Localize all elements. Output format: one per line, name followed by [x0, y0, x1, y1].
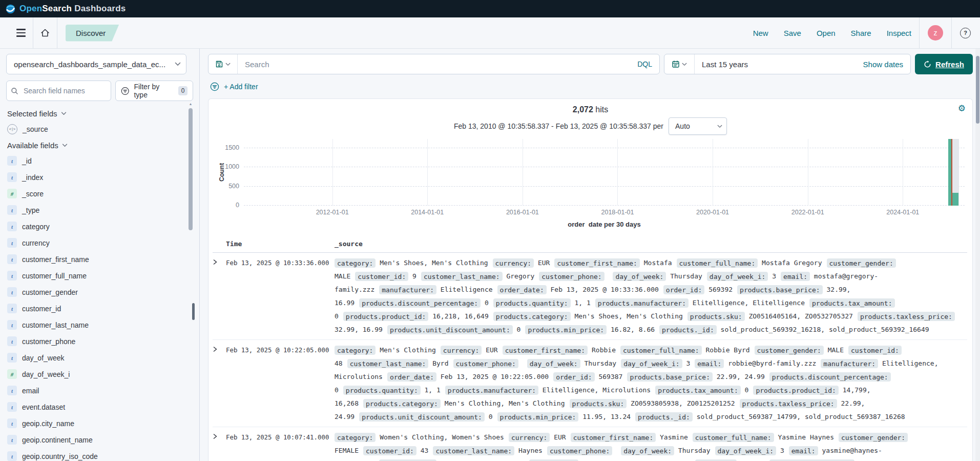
date-quick-select-button[interactable]	[664, 54, 695, 74]
field-item[interactable]: t _id	[7, 156, 193, 166]
index-pattern-selector[interactable]: opensearch_dashboards_sample_data_ec...	[6, 54, 186, 74]
app-root: OpenSearchDashboards Discover New Save O…	[0, 0, 980, 461]
source-field: products.sku: ZO0593805938, ZO0125201252	[570, 399, 735, 407]
source-field: customer_full_name: Mostafa Gregory	[677, 259, 822, 267]
sidebar-resize-handle[interactable]	[192, 303, 195, 320]
source-field: products.quantity: 1, 1	[343, 386, 441, 394]
workspace: opensearch_dashboards_sample_data_ec...	[0, 49, 980, 461]
field-name: geoip.city_name	[22, 419, 74, 428]
source-field: customer_last_name: Haynes	[433, 447, 543, 454]
source-field: products._id: sold_product_569387_14799,…	[635, 413, 905, 420]
refresh-label: Refresh	[935, 60, 964, 69]
time-column-header[interactable]: Time	[226, 240, 335, 248]
field-search-input[interactable]	[23, 86, 96, 95]
save-button[interactable]: Save	[784, 29, 801, 37]
field-type-badge: t	[7, 304, 17, 313]
home-button[interactable]	[33, 17, 57, 48]
filter-bar: + Add filter	[210, 80, 973, 93]
field-item[interactable]: t event.dataset	[7, 402, 193, 412]
scrollbar-thumb[interactable]	[976, 56, 979, 124]
available-fields-header[interactable]: Available fields	[7, 141, 193, 150]
show-dates-button[interactable]: Show dates	[863, 60, 910, 69]
chevron-down-icon	[717, 125, 722, 128]
field-item[interactable]: t geoip.city_name	[7, 418, 193, 428]
field-name-badge: products.manufacturer:	[445, 386, 538, 395]
new-button[interactable]: New	[753, 29, 768, 37]
source-field: customer_first_name: Mostafa	[554, 259, 672, 267]
y-tick-label: 500	[208, 183, 239, 190]
saved-query-menu-button[interactable]	[208, 54, 238, 74]
query-language-button[interactable]: DQL	[630, 60, 659, 68]
filter-by-type-button[interactable]: Filter by type 0	[115, 81, 193, 101]
field-item[interactable]: t customer_gender	[7, 287, 193, 297]
plot-area	[244, 139, 965, 206]
field-item[interactable]: t geoip.continent_name	[7, 435, 193, 445]
source-field: currency: EUR	[509, 433, 566, 441]
interval-select[interactable]: Auto	[669, 117, 727, 135]
breadcrumb: Discover	[66, 25, 119, 42]
refresh-button[interactable]: Refresh	[915, 54, 973, 74]
field-item[interactable]: t customer_first_name	[7, 254, 193, 264]
search-box: DQL	[208, 54, 660, 74]
filter-circle-icon[interactable]	[210, 82, 219, 91]
field-name-badge: products._id:	[659, 325, 717, 334]
field-item[interactable]: t email	[7, 386, 193, 395]
field-item[interactable]: t customer_id	[7, 304, 193, 313]
field-item-source[interactable]: <|> _source	[7, 124, 193, 134]
field-name-badge: category:	[335, 258, 376, 268]
scroll-up-arrow[interactable]: ▲	[189, 102, 193, 106]
search-input[interactable]	[238, 60, 630, 69]
field-item[interactable]: t customer_last_name	[7, 320, 193, 330]
histogram-bar[interactable]	[952, 193, 958, 206]
menu-button[interactable]	[9, 17, 33, 48]
field-name-badge: customer_first_name:	[554, 258, 640, 268]
query-bar: DQL	[208, 54, 973, 74]
source-field: products.manufacturer: Elitelligence, Mi…	[445, 386, 651, 394]
field-item[interactable]: # day_of_week_i	[7, 369, 193, 379]
field-item[interactable]: t currency	[7, 238, 193, 248]
field-type-badge: t	[7, 353, 17, 363]
field-item[interactable]: t category	[7, 222, 193, 231]
field-name-badge: customer_phone:	[547, 446, 612, 455]
field-item[interactable]: t _type	[7, 205, 193, 215]
expand-row-button[interactable]	[213, 344, 226, 424]
help-icon[interactable]: ?	[960, 28, 971, 38]
field-search-box[interactable]	[6, 81, 111, 101]
y-tick-label: 1500	[208, 144, 239, 151]
user-avatar[interactable]: z	[928, 25, 943, 41]
selected-fields-header[interactable]: Selected fields	[7, 109, 193, 118]
add-filter-button[interactable]: + Add filter	[224, 83, 258, 91]
field-item[interactable]: t customer_full_name	[7, 271, 193, 280]
open-button[interactable]: Open	[817, 29, 836, 37]
fields-sidebar: opensearch_dashboards_sample_data_ec...	[0, 49, 200, 461]
field-item[interactable]: t day_of_week	[7, 353, 193, 363]
search-icon	[11, 87, 18, 95]
page-scrollbar[interactable]	[975, 49, 980, 461]
field-name: _source	[23, 125, 48, 133]
x-tick-label: 2016-01-01	[506, 209, 539, 216]
field-name-badge: currency:	[441, 346, 482, 355]
field-type-badge: t	[7, 336, 17, 346]
expand-row-button[interactable]	[213, 431, 226, 461]
chevron-right-icon	[213, 259, 218, 265]
field-item[interactable]: # _score	[7, 189, 193, 198]
field-type-badge: t	[7, 418, 17, 428]
field-name-badge: customer_last_name:	[347, 359, 429, 368]
share-button[interactable]: Share	[851, 29, 871, 37]
gear-icon[interactable]: ⚙	[958, 103, 966, 113]
field-type-badge: t	[7, 156, 17, 166]
source-field: customer_gender: MALE	[755, 346, 844, 354]
expand-row-button[interactable]	[213, 256, 226, 336]
field-item[interactable]: t _index	[7, 172, 193, 182]
field-item[interactable]: t geoip.country_iso_code	[7, 451, 193, 461]
histogram-bar[interactable]	[948, 139, 951, 206]
scrollbar-thumb[interactable]	[189, 108, 193, 230]
time-range-value[interactable]: Last 15 years	[695, 60, 748, 69]
field-name: event.dataset	[22, 403, 65, 411]
divider	[951, 17, 952, 48]
inspect-button[interactable]: Inspect	[887, 29, 911, 37]
field-name: customer_id	[22, 305, 61, 313]
sidebar-scrollbar[interactable]: ▲	[189, 102, 193, 230]
field-name-badge: customer_full_name:	[677, 258, 758, 268]
field-item[interactable]: t customer_phone	[7, 336, 193, 346]
